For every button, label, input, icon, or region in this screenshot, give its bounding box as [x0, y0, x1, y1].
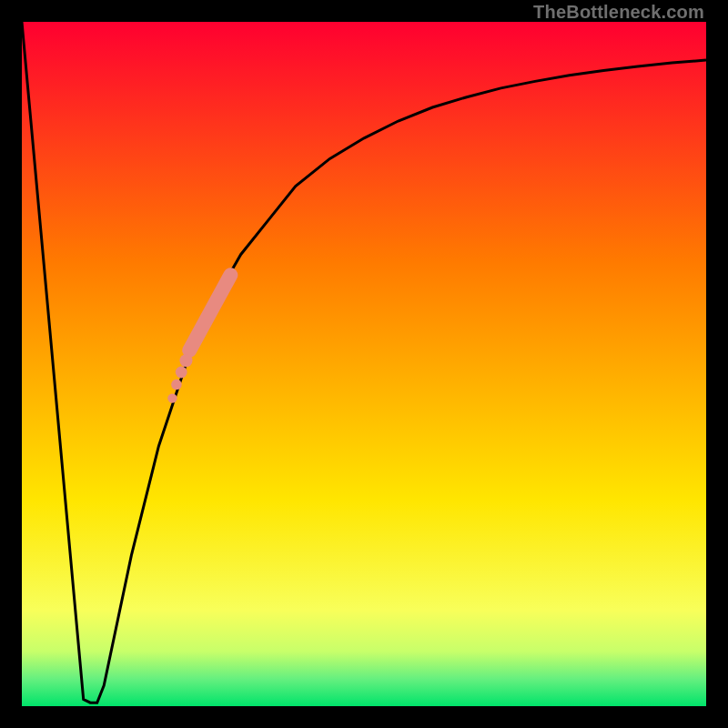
bottleneck-chart: [22, 22, 706, 706]
marker-bead: [179, 354, 192, 367]
chart-frame: [22, 22, 706, 706]
marker-bead: [171, 379, 182, 390]
marker-bead: [176, 367, 187, 379]
marker-bead: [167, 393, 177, 402]
gradient-background: [22, 22, 706, 706]
watermark-text: TheBottleneck.com: [533, 2, 704, 23]
